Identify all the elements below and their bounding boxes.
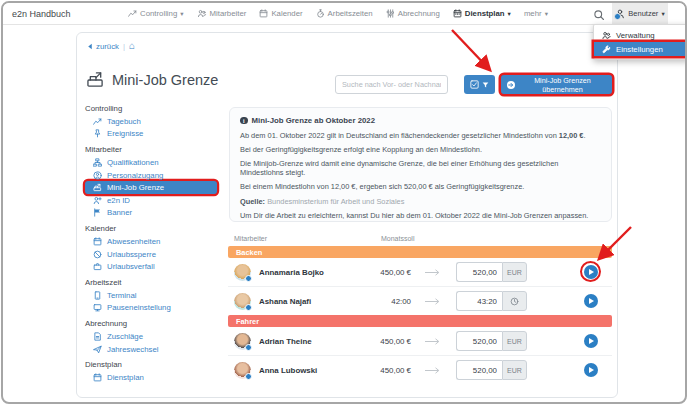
sidebar-section-arbeitszeit: Arbeitszeit	[85, 278, 217, 287]
top-navbar: e2n Handbuch Controlling ▾ Mitarbeiter K…	[3, 3, 685, 25]
wrench-icon	[602, 45, 611, 54]
sidebar-item-urlaubsverfall[interactable]: Urlaubsverfall	[85, 260, 217, 273]
briefcase-icon	[93, 262, 102, 271]
apply-minijob-limits-button[interactable]: Mini-Job Grenzen übernehmen	[501, 75, 612, 94]
apply-row-button[interactable]	[584, 334, 598, 348]
sidebar-item-jahreswechsel[interactable]: Jahreswechsel	[85, 343, 217, 356]
info-paragraph-source: Quelle: Bundesminsterium für Arbeit und …	[240, 198, 601, 207]
user-plus-icon	[93, 196, 102, 205]
paper-plane-icon	[93, 345, 102, 354]
avatar	[234, 264, 251, 281]
new-value-input[interactable]	[456, 331, 502, 351]
new-value-input[interactable]	[456, 360, 502, 380]
new-value-input[interactable]	[456, 262, 502, 282]
app-window: e2n Handbuch Controlling ▾ Mitarbeiter K…	[1, 1, 687, 404]
minijob-table: Mitarbeiter Monatssoll Backen Annamaria …	[228, 235, 612, 384]
sidebar-item-terminal[interactable]: Terminal	[85, 289, 217, 302]
sliders-icon	[386, 9, 395, 18]
monitor-icon	[93, 303, 102, 312]
caret-left-icon	[87, 43, 93, 50]
employee-name: Ashana Najafi	[259, 297, 311, 306]
group-header-fahrer: Fahrer	[228, 315, 612, 327]
value-input-group	[456, 291, 527, 311]
info-icon: i	[240, 117, 248, 125]
sidebar-item-personalzugang[interactable]: Personalzugang	[85, 169, 217, 182]
sidebar-item-banner[interactable]: Banner	[85, 207, 217, 220]
nav-item-arbeitszeiten[interactable]: Arbeitszeiten	[316, 9, 373, 18]
employee-name: Annamaria Bojko	[259, 268, 324, 277]
sidebar-item-e2n-id[interactable]: e2n ID	[85, 194, 217, 207]
info-box-title: i Mini-Job Grenze ab Oktober 2022	[240, 116, 601, 125]
user-menu-button[interactable]: Benutzer ▾	[612, 3, 668, 24]
play-icon	[589, 269, 594, 275]
arrow-right-icon	[425, 269, 441, 276]
chevron-down-icon: ▾	[508, 11, 511, 18]
status-dot	[245, 373, 252, 380]
value-input-group: EUR	[456, 262, 527, 282]
breadcrumb: zurück | ⌂	[87, 41, 135, 51]
avatar	[234, 362, 251, 379]
sidebar-item-tagebuch[interactable]: Tagebuch	[85, 115, 217, 128]
file-icon	[93, 332, 102, 341]
new-value-input[interactable]	[456, 291, 502, 311]
search-input[interactable]	[335, 75, 448, 94]
status-dot	[245, 344, 252, 351]
play-icon	[589, 367, 594, 373]
flag-icon	[93, 208, 102, 217]
calendar-icon	[259, 9, 268, 18]
search-icon[interactable]	[593, 7, 605, 25]
sidebar-item-dienstplan[interactable]: Dienstplan	[85, 371, 217, 384]
sidebar-item-abwesenheiten[interactable]: Abwesenheiten	[85, 235, 217, 248]
nav-item-dienstplan[interactable]: Dienstplan ▾	[453, 9, 511, 18]
arrow-right-icon	[425, 367, 441, 374]
filter-icon	[482, 81, 489, 89]
user-dropdown-menu: Verwaltung Einstellungen	[593, 24, 687, 60]
filter-button[interactable]	[464, 75, 495, 94]
chevron-down-icon: ▾	[661, 11, 664, 18]
nav-item-controlling[interactable]: Controlling ▾	[128, 9, 184, 18]
sidebar-item-qualifikationen[interactable]: Qualifikationen	[85, 156, 217, 169]
play-icon	[589, 298, 594, 304]
sidebar-item-urlaubssperre[interactable]: Urlaubssperre	[85, 248, 217, 261]
value-input-group: EUR	[456, 331, 527, 351]
employee-name: Anna Lubowski	[259, 366, 317, 375]
chevron-down-icon: ▾	[180, 11, 183, 18]
settings-sidebar: Controlling Tagebuch Ereignisse Mitarbei…	[85, 99, 217, 384]
employee-name: Adrian Theine	[259, 337, 312, 346]
nav-item-mitarbeiter[interactable]: Mitarbeiter	[197, 9, 247, 18]
avatar	[234, 293, 251, 310]
nav-item-abrechnung[interactable]: Abrechnung	[386, 9, 440, 18]
nav-item-kalender[interactable]: Kalender	[259, 9, 302, 18]
status-dot	[245, 275, 252, 282]
sidebar-item-zuschlaege[interactable]: Zuschläge	[85, 330, 217, 343]
chart-line-icon	[128, 9, 137, 18]
home-icon[interactable]: ⌂	[129, 41, 135, 51]
column-header-monatssoll: Monatssoll	[381, 235, 414, 242]
apply-row-button[interactable]	[584, 265, 598, 279]
apply-row-button[interactable]	[584, 294, 598, 308]
apply-row-button[interactable]	[584, 363, 598, 377]
menu-item-verwaltung[interactable]: Verwaltung	[594, 28, 687, 42]
main-nav: Controlling ▾ Mitarbeiter Kalender Arbei…	[128, 3, 548, 24]
source-link[interactable]: Bundesminsterium für Arbeit und Soziales	[267, 197, 404, 206]
nav-item-mehr[interactable]: mehr ▾	[524, 9, 548, 18]
app-title: e2n Handbuch	[12, 3, 71, 24]
arrow-right-icon	[425, 298, 441, 305]
sidebar-item-pauseneinstellung[interactable]: Pauseneinstellung	[85, 302, 217, 315]
back-link[interactable]: zurück	[87, 42, 119, 51]
circle-arrow-icon	[507, 81, 515, 89]
table-row: Anna Lubowski 450,00 € EUR	[228, 355, 612, 384]
check-square-icon	[470, 80, 479, 89]
current-value: 42:00	[391, 297, 411, 306]
avatar	[234, 333, 251, 350]
sidebar-item-ereignisse[interactable]: Ereignisse	[85, 128, 217, 141]
sitemap-icon	[93, 158, 102, 167]
status-dot	[614, 13, 621, 20]
play-icon	[589, 338, 594, 344]
menu-item-einstellungen[interactable]: Einstellungen	[594, 42, 687, 56]
info-paragraph-3: Die Minijob-Grenze wird damit eine dynam…	[240, 160, 601, 177]
tablet-icon	[93, 291, 102, 300]
status-dot	[245, 304, 252, 311]
chevron-down-icon: ▾	[545, 11, 548, 18]
sidebar-item-mini-job-grenze[interactable]: Mini-Job Grenze	[85, 181, 217, 194]
